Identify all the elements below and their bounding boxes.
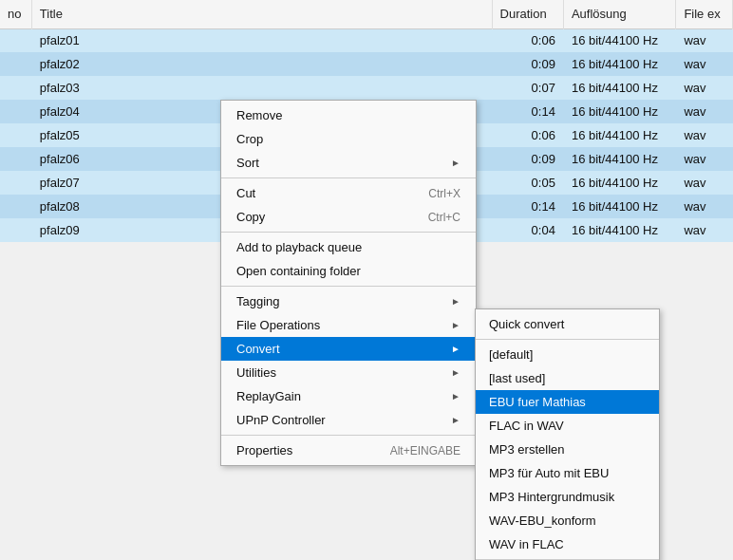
menu-separator	[221, 286, 476, 287]
cell-fileex: wav	[676, 147, 733, 171]
cell-duration: 0:07	[492, 76, 563, 100]
menu-item-add-to-playback[interactable]: Add to playback queue	[221, 235, 476, 259]
menu-item-label: Remove	[236, 108, 282, 122]
menu-item-properties[interactable]: PropertiesAlt+EINGABE	[221, 439, 476, 462]
submenu-item-label: MP3 erstellen	[489, 442, 564, 457]
submenu-item-last-used[interactable]: [last used]	[476, 366, 659, 390]
col-header-resolution: Auflösung	[563, 0, 675, 28]
cell-no	[0, 28, 31, 52]
menu-item-crop[interactable]: Crop	[221, 127, 476, 151]
submenu-item-label: MP3 für Auto mit EBU	[489, 466, 609, 480]
menu-item-label: Utilities	[236, 365, 276, 380]
col-header-no: no	[0, 0, 31, 28]
submenu-item-label: WAV-EBU_konform	[489, 513, 596, 528]
submenu-arrow-icon: ►	[451, 344, 460, 354]
cell-duration: 0:04	[492, 218, 563, 242]
cell-fileex: wav	[676, 52, 733, 76]
submenu-item-ebu-fuer-mathias[interactable]: EBU fuer Mathias	[476, 390, 659, 414]
submenu-arrow-icon: ►	[451, 415, 460, 425]
menu-item-file-operations[interactable]: File Operations►	[221, 313, 476, 337]
submenu-item-label: MP3 Hintergrundmusik	[489, 490, 614, 504]
cell-no	[0, 52, 31, 76]
cell-resolution: 16 bit/44100 Hz	[563, 147, 675, 171]
submenu-item-wav-ebu-konform[interactable]: WAV-EBU_konform	[476, 509, 659, 532]
cell-resolution: 16 bit/44100 Hz	[563, 76, 675, 100]
table-row[interactable]: pfalz02 0:09 16 bit/44100 Hz wav	[0, 52, 733, 76]
submenu-item-default[interactable]: [default]	[476, 343, 659, 366]
context-menu: RemoveCropSort►CutCtrl+XCopyCtrl+CAdd to…	[220, 100, 477, 466]
cell-duration: 0:14	[492, 100, 563, 123]
cell-no	[0, 76, 31, 100]
cell-resolution: 16 bit/44100 Hz	[563, 218, 675, 242]
menu-item-label: UPnP Controller	[236, 413, 326, 427]
menu-shortcut: Alt+EINGABE	[390, 444, 460, 457]
cell-no	[0, 147, 31, 171]
submenu-item-label: FLAC in WAV	[489, 419, 564, 433]
cell-title: pfalz02	[31, 52, 492, 76]
menu-item-label: Copy	[236, 210, 265, 224]
menu-separator	[221, 232, 476, 233]
cell-duration: 0:06	[492, 123, 563, 147]
cell-duration: 0:09	[492, 52, 563, 76]
col-header-fileex: File ex	[676, 0, 733, 28]
menu-item-sort[interactable]: Sort►	[221, 151, 476, 175]
menu-item-tagging[interactable]: Tagging►	[221, 289, 476, 313]
cell-duration: 0:06	[492, 28, 563, 52]
submenu-item-wav-in-flac[interactable]: WAV in FLAC	[476, 532, 659, 556]
menu-item-replaygain[interactable]: ReplayGain►	[221, 384, 476, 408]
submenu-item-label: WAV in FLAC	[489, 537, 564, 551]
submenu-arrow-icon: ►	[451, 158, 460, 168]
submenu-separator	[476, 339, 659, 340]
menu-item-cut[interactable]: CutCtrl+X	[221, 181, 476, 205]
submenu-arrow-icon: ►	[451, 320, 460, 330]
submenu-item-label: EBU fuer Mathias	[489, 395, 586, 409]
col-header-title: Title	[31, 0, 492, 28]
menu-item-utilities[interactable]: Utilities►	[221, 361, 476, 384]
table-row[interactable]: pfalz03 0:07 16 bit/44100 Hz wav	[0, 76, 733, 100]
cell-resolution: 16 bit/44100 Hz	[563, 100, 675, 123]
submenu-item-mp3-erstellen[interactable]: MP3 erstellen	[476, 438, 659, 461]
cell-no	[0, 218, 31, 242]
submenu-item-label: [last used]	[489, 371, 545, 385]
cell-no	[0, 171, 31, 195]
submenu-item-mp3-hintergrundmusik[interactable]: MP3 Hintergrundmusik	[476, 485, 659, 509]
submenu-item-flac-in-wav[interactable]: FLAC in WAV	[476, 414, 659, 438]
submenu-item-mp3-fuer-auto[interactable]: MP3 für Auto mit EBU	[476, 461, 659, 485]
cell-resolution: 16 bit/44100 Hz	[563, 123, 675, 147]
cell-fileex: wav	[676, 123, 733, 147]
table-row[interactable]: pfalz01 0:06 16 bit/44100 Hz wav	[0, 28, 733, 52]
menu-item-label: Tagging	[236, 294, 280, 308]
cell-title: pfalz01	[31, 28, 492, 52]
cell-fileex: wav	[676, 28, 733, 52]
menu-item-remove[interactable]: Remove	[221, 103, 476, 127]
cell-fileex: wav	[676, 171, 733, 195]
menu-item-label: Convert	[236, 342, 280, 356]
cell-resolution: 16 bit/44100 Hz	[563, 28, 675, 52]
menu-shortcut: Ctrl+X	[428, 187, 460, 200]
menu-item-label: File Operations	[236, 318, 320, 332]
menu-item-label: Properties	[236, 443, 292, 457]
convert-submenu: Quick convert[default][last used]EBU fue…	[475, 308, 660, 560]
submenu-arrow-icon: ►	[451, 296, 460, 307]
menu-item-upnp[interactable]: UPnP Controller►	[221, 408, 476, 432]
menu-item-convert[interactable]: Convert►	[221, 337, 476, 361]
submenu-item-label: Quick convert	[489, 317, 564, 331]
cell-resolution: 16 bit/44100 Hz	[563, 52, 675, 76]
submenu-arrow-icon: ►	[451, 367, 460, 378]
cell-no	[0, 123, 31, 147]
menu-separator	[221, 435, 476, 436]
menu-item-label: Crop	[236, 132, 263, 146]
cell-resolution: 16 bit/44100 Hz	[563, 195, 675, 218]
cell-duration: 0:05	[492, 171, 563, 195]
menu-separator	[221, 177, 476, 178]
menu-item-label: Cut	[236, 186, 255, 200]
cell-fileex: wav	[676, 76, 733, 100]
menu-item-label: Add to playback queue	[236, 240, 362, 254]
cell-fileex: wav	[676, 218, 733, 242]
menu-item-open-containing[interactable]: Open containing folder	[221, 259, 476, 283]
menu-item-copy[interactable]: CopyCtrl+C	[221, 205, 476, 229]
cell-fileex: wav	[676, 100, 733, 123]
submenu-item-quick-convert[interactable]: Quick convert	[476, 312, 659, 336]
cell-no	[0, 195, 31, 218]
menu-item-label: Open containing folder	[236, 264, 361, 278]
